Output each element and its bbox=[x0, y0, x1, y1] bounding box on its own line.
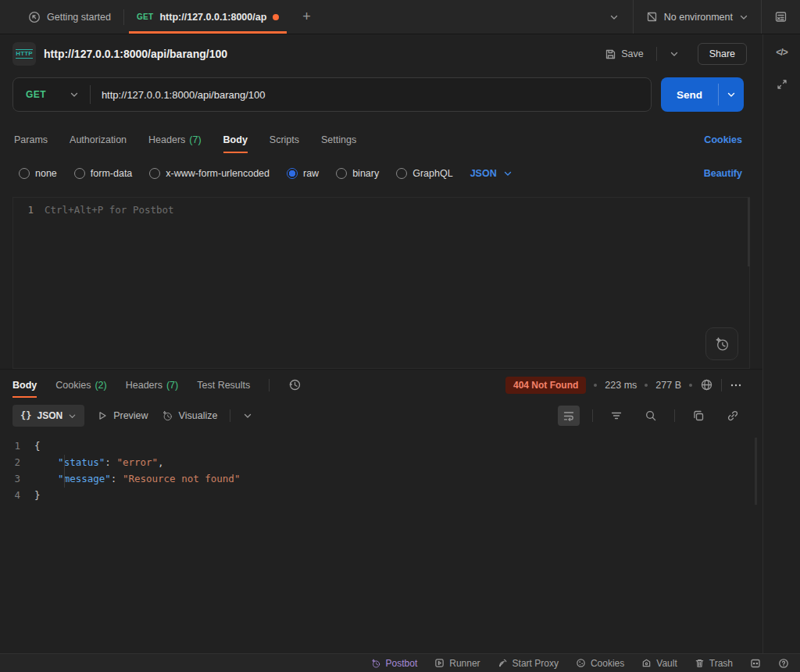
history-icon[interactable] bbox=[288, 378, 302, 391]
format-label: JSON bbox=[37, 410, 62, 421]
chevron-down-icon[interactable] bbox=[243, 411, 252, 420]
save-options-chevron-icon[interactable] bbox=[670, 49, 679, 59]
send-label[interactable]: Send bbox=[661, 77, 718, 112]
tab-getting-started[interactable]: Getting started bbox=[0, 0, 123, 34]
response-tab-cookies[interactable]: Cookies(2) bbox=[55, 370, 106, 400]
response-tab-body[interactable]: Body bbox=[12, 370, 37, 400]
response-time[interactable]: 223 ms bbox=[605, 380, 637, 391]
link-button[interactable] bbox=[722, 406, 744, 426]
code-snippet-button[interactable]: </> bbox=[776, 47, 787, 58]
response-tab-test-results[interactable]: Test Results bbox=[197, 370, 250, 400]
tab-params[interactable]: Params bbox=[14, 122, 48, 158]
statusbar-help[interactable] bbox=[778, 658, 789, 669]
code-line: 1{ bbox=[0, 438, 762, 454]
send-options-button[interactable] bbox=[719, 77, 744, 112]
preview-button[interactable]: Preview bbox=[97, 410, 148, 421]
editor-scrollbar[interactable] bbox=[748, 198, 750, 266]
radio-none[interactable]: none bbox=[19, 168, 57, 179]
divider bbox=[656, 47, 657, 61]
visualize-button[interactable]: Visualize bbox=[161, 409, 218, 422]
response-tabs: Body Cookies(2) Headers(7) Test Results … bbox=[0, 369, 762, 400]
code-line: 2 "status": "error", bbox=[0, 454, 762, 470]
postbot-button[interactable] bbox=[705, 327, 738, 360]
search-button[interactable] bbox=[640, 406, 662, 426]
environment-quick-look-button[interactable] bbox=[762, 0, 800, 34]
statusbar-cookies[interactable]: Cookies bbox=[576, 658, 624, 669]
tab-label: Getting started bbox=[47, 12, 111, 23]
indent-guide bbox=[64, 455, 65, 488]
expand-panes-icon[interactable] bbox=[776, 78, 788, 91]
divider bbox=[592, 409, 593, 422]
status-badge[interactable]: 404 Not Found bbox=[505, 377, 586, 394]
send-button[interactable]: Send bbox=[661, 77, 744, 112]
cookies-link[interactable]: Cookies bbox=[704, 134, 742, 145]
request-url-row: GET http://127.0.0.1:8000/api/barang/100… bbox=[0, 73, 762, 122]
beautify-link[interactable]: Beautify bbox=[704, 168, 742, 179]
wrap-text-button[interactable] bbox=[558, 406, 580, 426]
tab-body[interactable]: Body bbox=[223, 122, 248, 158]
url-input[interactable]: http://127.0.0.1:8000/api/barang/100 bbox=[91, 89, 277, 101]
filter-button[interactable] bbox=[605, 406, 627, 426]
environment-selector[interactable]: No environment bbox=[634, 0, 761, 34]
share-button[interactable]: Share bbox=[698, 43, 747, 65]
radio-graphql[interactable]: GraphQL bbox=[396, 168, 452, 179]
headers-count: (7) bbox=[166, 380, 178, 391]
tab-method: GET bbox=[137, 13, 153, 21]
more-actions-icon[interactable] bbox=[730, 379, 742, 391]
statusbar-trash[interactable]: Trash bbox=[695, 658, 733, 669]
save-button[interactable]: Save bbox=[605, 48, 644, 60]
url-bar: GET http://127.0.0.1:8000/api/barang/100 bbox=[12, 77, 652, 112]
divider bbox=[230, 409, 230, 422]
request-title: http://127.0.0.1:8000/api/barang/100 bbox=[44, 48, 597, 60]
code-line: 3 "message": "Resource not found" bbox=[0, 470, 762, 487]
statusbar-runner[interactable]: Runner bbox=[434, 658, 480, 669]
method-select[interactable]: GET bbox=[13, 89, 90, 100]
statusbar-start-proxy[interactable]: Start Proxy bbox=[498, 658, 559, 669]
radio-circle bbox=[149, 168, 160, 179]
help-icon bbox=[778, 658, 789, 669]
statusbar-panel-toggle[interactable] bbox=[750, 658, 761, 669]
tab-authorization[interactable]: Authorization bbox=[70, 122, 127, 158]
environment-quick-look-icon bbox=[774, 10, 788, 23]
tab-list-dropdown[interactable] bbox=[595, 0, 633, 34]
body-type-row: none form-data x-www-form-urlencoded raw… bbox=[0, 158, 762, 189]
top-tab-bar: Getting started GET http://127.0.0.1:800… bbox=[0, 0, 800, 34]
statusbar-postbot[interactable]: Postbot bbox=[370, 658, 418, 669]
chevron-down-icon bbox=[609, 13, 619, 22]
play-icon bbox=[97, 410, 108, 421]
request-body-editor[interactable]: 1 Ctrl+Alt+P for Postbot bbox=[12, 197, 750, 369]
response-tab-headers[interactable]: Headers(7) bbox=[126, 370, 179, 400]
braces-icon: {} bbox=[20, 410, 31, 421]
postman-app: Getting started GET http://127.0.0.1:800… bbox=[0, 0, 800, 672]
split-panel-icon bbox=[750, 658, 761, 669]
language-select[interactable]: JSON bbox=[470, 168, 512, 179]
code-line: 4} bbox=[0, 487, 762, 503]
radio-circle bbox=[336, 168, 347, 179]
tab-scripts[interactable]: Scripts bbox=[270, 122, 299, 158]
radio-form-data[interactable]: form-data bbox=[74, 168, 133, 179]
trash-icon bbox=[695, 658, 705, 668]
tab-settings[interactable]: Settings bbox=[321, 122, 356, 158]
runner-icon bbox=[434, 658, 445, 668]
http-request-icon: HTTP bbox=[12, 42, 36, 66]
method-label: GET bbox=[26, 89, 46, 100]
copy-icon bbox=[692, 409, 705, 422]
network-globe-icon[interactable] bbox=[700, 378, 713, 391]
tab-headers[interactable]: Headers(7) bbox=[148, 122, 202, 158]
response-scrollbar[interactable] bbox=[755, 438, 757, 505]
tab-request-active[interactable]: GET http://127.0.0.1:8000/ap bbox=[124, 0, 291, 34]
tab-url: http://127.0.0.1:8000/ap bbox=[159, 12, 266, 23]
radio-x-www-form-urlencoded[interactable]: x-www-form-urlencoded bbox=[149, 168, 270, 179]
new-tab-button[interactable]: + bbox=[291, 0, 322, 34]
proxy-icon bbox=[498, 658, 508, 668]
editor-line-number: 1 bbox=[13, 204, 45, 216]
statusbar-vault[interactable]: Vault bbox=[641, 658, 677, 669]
radio-raw[interactable]: raw bbox=[287, 168, 319, 179]
response-format-select[interactable]: {} JSON bbox=[12, 405, 84, 427]
divider bbox=[721, 379, 722, 391]
radio-binary[interactable]: binary bbox=[336, 168, 379, 179]
response-body[interactable]: 1{ 2 "status": "error", 3 "message": "Re… bbox=[0, 431, 762, 653]
response-size[interactable]: 277 B bbox=[655, 380, 681, 391]
response-toolbar: {} JSON Preview bbox=[0, 400, 762, 431]
copy-button[interactable] bbox=[688, 406, 709, 426]
